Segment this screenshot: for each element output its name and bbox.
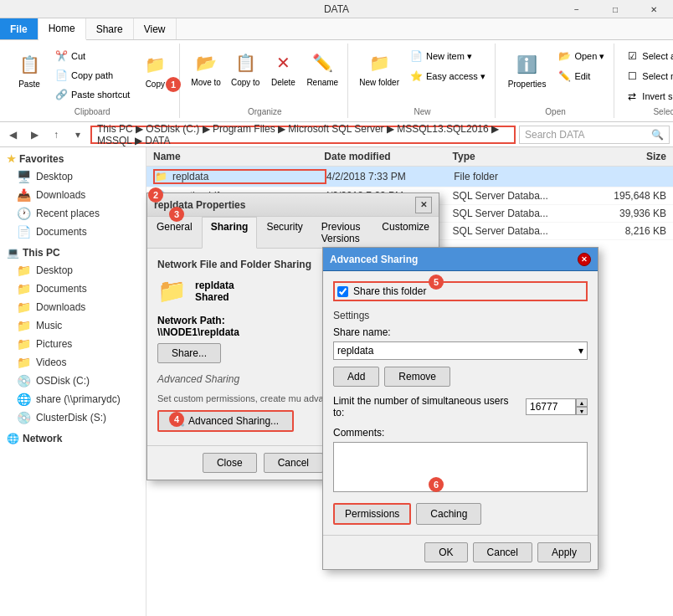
share-this-folder-checkbox[interactable] [337, 286, 348, 297]
select-label: Select [653, 105, 673, 118]
sidebar-item-downloads-fav[interactable]: 📥 Downloads [0, 186, 146, 204]
cancel-button-footer[interactable]: Cancel [264, 453, 323, 473]
permissions-caching-row: Permissions Caching [333, 503, 588, 525]
open-button[interactable]: 📂 Open ▾ [553, 47, 609, 65]
thispc-desktop-label: Desktop [36, 264, 73, 276]
sharing-text: repldata Shared [195, 280, 234, 303]
comments-textarea[interactable] [333, 442, 588, 492]
delete-button[interactable]: ✕ Delete [265, 47, 301, 90]
forward-button[interactable]: ▶ [25, 126, 44, 144]
address-path[interactable]: This PC ▶ OSDisk (C:) ▶ Program Files ▶ … [90, 126, 516, 144]
copy-to-button[interactable]: 📋 Copy to [227, 47, 264, 90]
select-all-button[interactable]: ☑ Select all [621, 47, 673, 65]
downloads-fav-label: Downloads [36, 189, 85, 201]
ribbon: File Home Share View 📋 Paste ✂️ Cut [0, 18, 673, 122]
rename-button[interactable]: ✏️ Rename [302, 47, 342, 90]
copy-button[interactable]: 📁 Copy [136, 47, 174, 93]
recent-locations-button[interactable]: ▾ [69, 126, 87, 144]
sharing-folder-name: repldata [195, 280, 234, 291]
add-share-button[interactable]: Add [333, 367, 379, 387]
tab-share[interactable]: Share [86, 18, 134, 39]
sidebar-item-thispc-downloads[interactable]: 📁 Downloads [0, 298, 146, 316]
sidebar-item-recent-places[interactable]: 🕐 Recent places [0, 204, 146, 223]
close-button[interactable]: ✕ [634, 0, 673, 18]
sidebar-item-thispc-videos[interactable]: 📁 Videos [0, 353, 146, 372]
up-button[interactable]: ↑ [47, 126, 65, 144]
caching-button[interactable]: Caching [416, 503, 481, 525]
easy-access-icon: ⭐ [409, 69, 423, 83]
sidebar-network-header[interactable]: 🌐 Network [0, 430, 146, 447]
paste-shortcut-button[interactable]: 🔗 Paste shortcut [50, 85, 134, 104]
cut-button[interactable]: ✂️ Cut [50, 47, 134, 65]
edit-button[interactable]: ✏️ Edit [553, 67, 609, 85]
adv-apply-button[interactable]: Apply [537, 542, 591, 562]
file-size-cell: 8,216 KB [581, 225, 666, 237]
tab-sharing[interactable]: Sharing [202, 217, 258, 249]
new-buttons: 📁 New folder 📄 New item ▾ ⭐ Easy access … [355, 44, 490, 105]
copy-path-button[interactable]: 📄 Copy path [50, 66, 134, 85]
thispc-music-label: Music [36, 320, 62, 331]
copy-path-icon: 📄 [54, 69, 68, 82]
thispc-downloads-label: Downloads [36, 301, 85, 313]
properties-close-button[interactable]: ✕ [415, 197, 432, 213]
move-to-button[interactable]: 📂 Move to [187, 47, 225, 90]
share-this-folder-label[interactable]: Share this folder [353, 285, 426, 297]
search-box[interactable]: Search DATA 🔍 [519, 126, 670, 144]
remove-share-button[interactable]: Remove [384, 367, 450, 387]
maximize-button[interactable]: □ [596, 0, 634, 18]
tab-customize[interactable]: Customize [372, 217, 439, 249]
sidebar-item-thispc-music[interactable]: 📁 Music [0, 316, 146, 335]
new-item-button[interactable]: 📄 New item ▾ [405, 47, 490, 65]
dropdown-arrow-icon: ▾ [578, 345, 583, 357]
spinner-up-button[interactable]: ▲ [576, 398, 588, 407]
ribbon-group-select: ☑ Select all ☐ Select none ⇄ Invert sele… [616, 44, 673, 118]
table-row[interactable]: 📁repldata4/2/2018 7:33 PMFile folder [146, 167, 673, 187]
back-button[interactable]: ◀ [3, 126, 22, 144]
invert-selection-button[interactable]: ⇄ Invert selection [621, 87, 673, 105]
close-button-footer[interactable]: Close [203, 453, 257, 473]
permissions-button[interactable]: Permissions [333, 503, 411, 525]
clusterdisk-label: ClusterDisk (S:) [36, 412, 106, 424]
sidebar-item-thispc-desktop[interactable]: 📁 Desktop [0, 261, 146, 280]
minimize-button[interactable]: − [557, 0, 596, 18]
select-buttons: ☑ Select all ☐ Select none ⇄ Invert sele… [621, 44, 673, 105]
file-type-cell: SQL Server Databa... [453, 225, 581, 237]
properties-dialog-title: repldata Properties [154, 199, 415, 211]
computer-icon: 💻 [7, 247, 19, 259]
file-type-cell: SQL Server Databa... [453, 208, 581, 219]
invert-selection-icon: ⇄ [625, 90, 639, 103]
tab-security[interactable]: Security [257, 217, 311, 249]
sidebar-item-desktop[interactable]: 🖥️ Desktop [0, 167, 146, 186]
advanced-sharing-button[interactable]: 🔧 Advanced Sharing... [157, 410, 294, 432]
adv-ok-button[interactable]: OK [424, 542, 467, 562]
sidebar-item-thispc-documents[interactable]: 📁 Documents [0, 280, 146, 298]
select-none-icon: ☐ [625, 69, 639, 83]
sidebar-item-osdisk[interactable]: 💿 OSDisk (C:) [0, 372, 146, 390]
tab-file[interactable]: File [0, 18, 39, 39]
paste-button[interactable]: 📋 Paste [10, 47, 49, 93]
select-none-button[interactable]: ☐ Select none [621, 67, 673, 85]
new-folder-button[interactable]: 📁 New folder [355, 47, 403, 90]
sidebar-item-documents-fav[interactable]: 📄 Documents [0, 223, 146, 241]
sidebar-item-primarydc[interactable]: 🌐 share (\\primarydc) [0, 390, 146, 408]
limit-value-input[interactable]: 16777 [526, 398, 576, 415]
tab-home[interactable]: Home [39, 18, 86, 40]
easy-access-button[interactable]: ⭐ Easy access ▾ [405, 67, 490, 85]
properties-button[interactable]: ℹ️ Properties [502, 47, 552, 93]
tab-previous-versions[interactable]: Previous Versions [312, 217, 373, 249]
sidebar-favorites-header[interactable]: ★ Favorites [0, 151, 146, 167]
advanced-sharing-dialog: Advanced Sharing ✕ Share this folder Set… [322, 247, 599, 570]
advanced-close-button[interactable]: ✕ [578, 253, 591, 266]
adv-cancel-button[interactable]: Cancel [473, 542, 532, 562]
sidebar-thispc-header[interactable]: 💻 This PC [0, 244, 146, 261]
spinner-down-button[interactable]: ▼ [576, 407, 588, 415]
tab-general[interactable]: General [147, 217, 202, 249]
share-name-dropdown[interactable]: repldata ▾ [333, 341, 588, 360]
address-bar: ◀ ▶ ↑ ▾ This PC ▶ OSDisk (C:) ▶ Program … [0, 122, 673, 147]
tab-view[interactable]: View [134, 18, 177, 39]
open-label: Open [545, 105, 565, 118]
share-button[interactable]: Share... [157, 343, 221, 363]
thispc-label: This PC [23, 247, 60, 259]
sidebar-item-clusterdisk[interactable]: 💿 ClusterDisk (S:) [0, 408, 146, 427]
sidebar-item-thispc-pictures[interactable]: 📁 Pictures [0, 335, 146, 353]
